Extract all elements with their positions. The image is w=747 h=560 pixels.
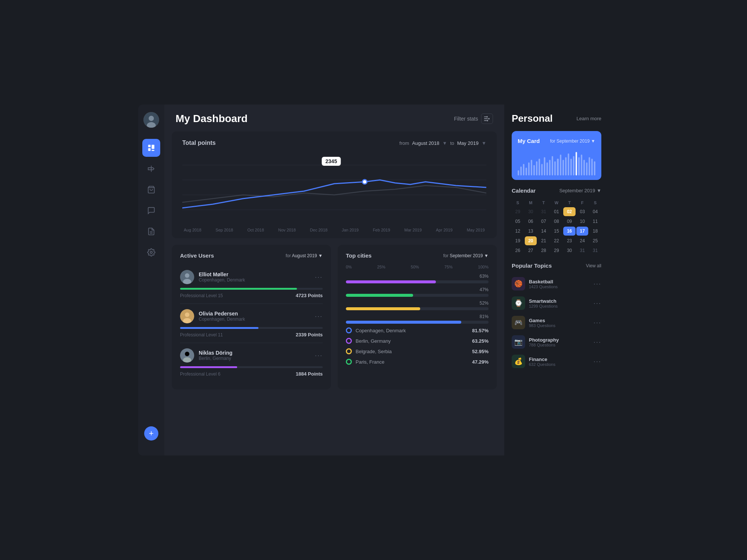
topic-name-4: Finance xyxy=(529,357,555,362)
card-bar-23 xyxy=(578,157,580,175)
sidebar-item-settings[interactable] xyxy=(142,243,160,261)
top-cities-card: Top cities for September 2019 ▼ 0% 25% 5… xyxy=(338,245,497,389)
active-users-period: for August 2019 ▼ xyxy=(286,253,323,258)
cal-day-23[interactable]: 21 xyxy=(537,236,550,245)
card-bar-27 xyxy=(589,157,590,175)
user-avatar[interactable] xyxy=(143,112,159,128)
user-name-2: Niklas Döring xyxy=(199,350,232,356)
user-name-1: Olivia Pedersen xyxy=(199,311,245,317)
progress-fill-0 xyxy=(180,288,297,290)
card-bar-13 xyxy=(552,156,553,176)
sidebar-item-document[interactable] xyxy=(142,223,160,240)
user-menu-0[interactable]: ··· xyxy=(315,273,323,281)
cal-day-2[interactable]: 31 xyxy=(537,207,550,216)
cal-day-11[interactable]: 09 xyxy=(563,217,576,226)
cal-day-26[interactable]: 24 xyxy=(576,236,589,245)
topic-item-2: 🎮 Games 983 Questions ··· xyxy=(512,313,601,332)
cal-header-s1: S xyxy=(512,199,524,206)
cal-day-14[interactable]: 12 xyxy=(512,227,524,236)
topic-item-3: 📷 Photography 788 Questions ··· xyxy=(512,332,601,352)
user-menu-1[interactable]: ··· xyxy=(315,312,323,320)
topic-name-1: Smartwatch xyxy=(529,298,558,304)
topic-menu-1[interactable]: ··· xyxy=(593,299,601,307)
topic-item-0: 🏀 Basketball 1423 Questions ··· xyxy=(512,274,601,293)
cal-day-28[interactable]: 26 xyxy=(512,246,524,255)
date-range: from August 2018 ▼ to May 2019 ▼ xyxy=(399,140,486,146)
topic-menu-3[interactable]: ··· xyxy=(593,338,601,346)
calendar-section: Calendar September 2019 ▼ S M T W T F S … xyxy=(512,187,601,255)
cal-day-31[interactable]: 29 xyxy=(551,246,563,255)
card-bar-25 xyxy=(583,160,585,175)
topic-menu-0[interactable]: ··· xyxy=(593,280,601,288)
card-bar-12 xyxy=(549,160,551,175)
cal-day-0[interactable]: 29 xyxy=(512,207,524,216)
cal-day-12[interactable]: 10 xyxy=(576,217,589,226)
cal-day-25[interactable]: 23 xyxy=(563,236,576,245)
cal-day-30[interactable]: 28 xyxy=(537,246,550,255)
cal-header-m: M xyxy=(525,199,537,206)
calendar-month[interactable]: September 2019 ▼ xyxy=(559,188,601,193)
cal-day-20[interactable]: 18 xyxy=(589,227,601,236)
card-bar-2 xyxy=(523,164,524,176)
view-all-link[interactable]: View all xyxy=(586,263,601,268)
user-menu-2[interactable]: ··· xyxy=(315,352,323,360)
cal-day-10[interactable]: 08 xyxy=(551,217,563,226)
topic-icon-1: ⌚ xyxy=(512,296,525,310)
active-users-period-value[interactable]: August 2019 ▼ xyxy=(292,253,323,258)
top-cities-period-value[interactable]: September 2019 ▼ xyxy=(450,253,489,258)
cal-day-7[interactable]: 05 xyxy=(512,217,524,226)
cal-day-6[interactable]: 04 xyxy=(589,207,601,216)
to-date[interactable]: May 2019 xyxy=(457,140,478,146)
topic-name-0: Basketball xyxy=(529,279,558,284)
cal-day-15[interactable]: 13 xyxy=(525,227,537,236)
topic-menu-2[interactable]: ··· xyxy=(593,319,601,327)
cal-day-17[interactable]: 15 xyxy=(551,227,563,236)
cal-day-21[interactable]: 19 xyxy=(512,236,524,245)
city-list-item-0: Copenhagen, Denmark 81.57% xyxy=(346,327,489,333)
my-card-title: My Card xyxy=(518,138,540,144)
sidebar-nav xyxy=(138,139,164,426)
sidebar-item-chat[interactable] xyxy=(142,202,160,220)
topic-count-4: 632 Questions xyxy=(529,362,555,367)
sidebar-item-basket[interactable] xyxy=(142,181,160,199)
cal-day-13[interactable]: 11 xyxy=(589,217,601,226)
cal-day-1[interactable]: 30 xyxy=(525,207,537,216)
user-item-1: Olivia Pedersen Copenhagen, Denmark ··· … xyxy=(180,304,323,343)
cal-day-33[interactable]: 31 xyxy=(576,246,589,255)
users-list: Elliot Møller Copenhagen, Denmark ··· Pr… xyxy=(180,265,323,382)
city-bar-pct-3: 81% xyxy=(480,314,489,319)
cal-day-8[interactable]: 06 xyxy=(525,217,537,226)
add-button[interactable]: + xyxy=(144,426,158,441)
cal-day-22[interactable]: 20 xyxy=(525,236,537,245)
topic-count-2: 983 Questions xyxy=(529,323,555,328)
cal-day-16[interactable]: 14 xyxy=(537,227,550,236)
svg-rect-3 xyxy=(148,145,151,147)
cal-day-27[interactable]: 25 xyxy=(589,236,601,245)
cal-day-4[interactable]: 02 xyxy=(563,207,576,216)
cal-day-32[interactable]: 30 xyxy=(563,246,576,255)
topic-menu-4[interactable]: ··· xyxy=(593,358,601,365)
cal-day-9[interactable]: 07 xyxy=(537,217,550,226)
cal-day-19[interactable]: 17 xyxy=(576,227,589,236)
topic-icon-2: 🎮 xyxy=(512,316,525,329)
topic-item-4: 💰 Finance 632 Questions ··· xyxy=(512,352,601,371)
filter-stats-button[interactable]: Filter stats xyxy=(454,113,493,124)
user-avatar-0 xyxy=(180,270,194,284)
cal-day-29[interactable]: 27 xyxy=(525,246,537,255)
cal-day-24[interactable]: 22 xyxy=(551,236,563,245)
learn-more-link[interactable]: Learn more xyxy=(577,116,601,121)
from-date[interactable]: August 2018 xyxy=(412,140,439,146)
progress-fill-2 xyxy=(180,366,237,368)
main-header: My Dashboard Filter stats xyxy=(164,105,504,131)
cal-day-5[interactable]: 03 xyxy=(576,207,589,216)
sidebar-item-signpost[interactable] xyxy=(142,160,160,178)
my-card-widget: My Card for September 2019 ▼ xyxy=(512,131,601,180)
city-name-0: Copenhagen, Denmark xyxy=(356,328,406,333)
cal-day-18[interactable]: 16 xyxy=(563,227,576,236)
chart-tooltip: 2345 xyxy=(322,157,341,166)
cal-day-3[interactable]: 01 xyxy=(551,207,563,216)
sidebar-item-dashboard[interactable] xyxy=(142,139,160,157)
my-card-period[interactable]: for September 2019 ▼ xyxy=(550,139,595,144)
cal-day-34[interactable]: 31 xyxy=(589,246,601,255)
cal-header-s2: S xyxy=(589,199,601,206)
